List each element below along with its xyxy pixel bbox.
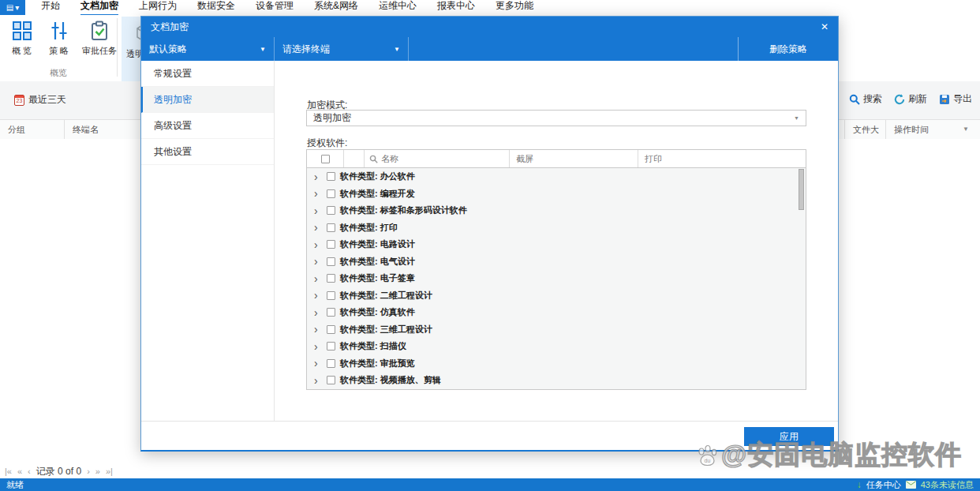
software-category-label: 软件类型: 二维工程设计 [340, 290, 432, 302]
policy-dropdown[interactable]: 默认策略 ▼ [141, 37, 275, 61]
menu-tab[interactable]: 数据安全 [197, 0, 235, 14]
refresh-button[interactable]: 刷新 [894, 92, 927, 106]
row-checkbox[interactable] [327, 342, 335, 350]
menu-tab[interactable]: 运维中心 [379, 0, 417, 14]
app-menu-button[interactable]: ▤ ▾ [0, 0, 25, 15]
chevron-right-icon[interactable]: › [314, 290, 325, 301]
chevron-right-icon[interactable]: › [314, 358, 325, 369]
software-category-row[interactable]: › 软件类型: 二维工程设计 [307, 287, 806, 305]
software-category-row[interactable]: › 软件类型: 办公软件 [307, 168, 806, 186]
dialog-title: 文档加密 [151, 21, 189, 34]
row-checkbox[interactable] [327, 257, 335, 266]
dialog-sidebar-item[interactable]: 透明加密 [141, 87, 274, 113]
chevron-right-icon[interactable]: › [314, 205, 325, 216]
terminal-dropdown[interactable]: 请选择终端 ▼ [275, 37, 409, 61]
software-category-row[interactable]: › 软件类型: 编程开发 [307, 186, 806, 203]
encryption-mode-select[interactable]: 透明加密 ▼ [306, 110, 806, 126]
menu-tab[interactable]: 文档加密 [80, 0, 118, 16]
software-category-row[interactable]: › 软件类型: 电子签章 [307, 270, 806, 287]
dialog-sidebar-item[interactable]: 高级设置 [141, 113, 274, 139]
row-checkbox[interactable] [327, 325, 335, 334]
close-icon[interactable]: ✕ [821, 21, 829, 32]
chevron-right-icon[interactable]: › [314, 273, 325, 284]
name-column-header[interactable]: 名称 [364, 150, 509, 167]
chevron-right-icon[interactable]: › [314, 341, 325, 352]
row-checkbox[interactable] [327, 274, 335, 283]
expand-column-header [343, 150, 364, 167]
delete-policy-button[interactable]: 删除策略 [738, 37, 838, 61]
software-category-row[interactable]: › 软件类型: 电气设计 [307, 253, 806, 271]
chevron-right-icon[interactable]: › [314, 307, 325, 318]
software-category-label: 软件类型: 电气设计 [340, 256, 415, 268]
name-column-label: 名称 [381, 153, 398, 165]
dialog-content: 加密模式: 透明加密 ▼ 授权软件: 名称 [275, 61, 838, 423]
ribbon-group-label: 概览 [0, 67, 117, 79]
row-checkbox[interactable] [327, 206, 335, 215]
software-category-label: 软件类型: 仿真软件 [340, 306, 415, 318]
pager-first-button[interactable]: |« [5, 467, 12, 476]
row-checkbox[interactable] [327, 240, 335, 249]
toolbar-button-label: 刷新 [908, 92, 927, 106]
chevron-right-icon[interactable]: › [314, 188, 325, 199]
column-header-group[interactable]: 分组 [0, 120, 65, 139]
row-checkbox[interactable] [327, 308, 335, 317]
apply-button[interactable]: 应用 [744, 427, 834, 446]
scrollbar[interactable] [799, 169, 804, 387]
scrollbar-thumb[interactable] [799, 169, 804, 210]
menu-tab[interactable]: 报表中心 [437, 0, 475, 14]
software-category-row[interactable]: › 软件类型: 视频播放、剪辑 [307, 372, 806, 389]
search-button[interactable]: 搜索 [849, 92, 882, 106]
menu-tab[interactable]: 更多功能 [496, 0, 533, 14]
dialog-sidebar-item[interactable]: 常规设置 [141, 61, 274, 87]
row-checkbox[interactable] [327, 376, 335, 384]
print-column-header[interactable]: 打印 [638, 150, 806, 167]
software-category-row[interactable]: › 软件类型: 标签和条形码设计软件 [307, 202, 806, 219]
pager-prev-button[interactable]: ‹ [28, 467, 31, 476]
dialog-sidebar-item[interactable]: 其他设置 [141, 139, 274, 165]
row-checkbox[interactable] [327, 189, 335, 198]
chevron-right-icon[interactable]: › [314, 171, 325, 182]
chevron-right-icon[interactable]: › [314, 375, 325, 386]
menu-tab[interactable]: 上网行为 [139, 0, 177, 14]
software-category-row[interactable]: › 软件类型: 三维工程设计 [307, 321, 806, 339]
column-header-filesize[interactable]: 文件大小 [844, 120, 885, 139]
pager-next-button[interactable]: › [87, 467, 90, 476]
row-checkbox[interactable] [327, 291, 335, 300]
software-category-row[interactable]: › 软件类型: 打印 [307, 219, 806, 237]
pager-fast-next-button[interactable]: » [95, 467, 100, 476]
ribbon-policy-button[interactable]: 策 略 [40, 17, 77, 69]
software-category-label: 软件类型: 视频播放、剪辑 [340, 374, 441, 386]
row-checkbox[interactable] [327, 172, 335, 181]
software-category-row[interactable]: › 软件类型: 扫描仪 [307, 338, 806, 355]
search-icon [849, 94, 860, 105]
date-filter-button[interactable]: 23 最近三天 [14, 93, 66, 107]
software-table-header: 名称 截屏 打印 [307, 150, 806, 168]
ribbon-approval-button[interactable]: 审批任务 [77, 17, 122, 69]
column-filter-caret-icon[interactable]: ▼ [963, 120, 969, 139]
row-checkbox[interactable] [327, 223, 335, 232]
menu-tab[interactable]: 开始 [41, 0, 60, 14]
chevron-right-icon[interactable]: › [314, 222, 325, 233]
pager-last-button[interactable]: »| [106, 467, 113, 476]
chevron-right-icon[interactable]: › [314, 239, 325, 250]
software-category-row[interactable]: › 软件类型: 审批预览 [307, 355, 806, 373]
caret-down-icon: ▾ [15, 3, 19, 12]
chevron-right-icon[interactable]: › [314, 324, 325, 335]
export-button[interactable]: 导出 [939, 92, 972, 106]
date-filter-label: 最近三天 [28, 93, 66, 107]
ribbon-overview-button[interactable]: 概 览 [3, 17, 40, 69]
toolbar-button-label: 搜索 [863, 92, 882, 106]
menu-tab[interactable]: 设备管理 [256, 0, 294, 14]
task-center-button[interactable]: 任务中心 [866, 479, 901, 491]
software-category-row[interactable]: › 软件类型: 仿真软件 [307, 304, 806, 321]
caret-down-icon: ▼ [260, 46, 266, 53]
chevron-right-icon[interactable]: › [314, 256, 325, 267]
row-checkbox[interactable] [327, 359, 335, 368]
unread-messages-button[interactable]: 43条未读信息 [921, 479, 974, 491]
menu-tab[interactable]: 系统&网络 [314, 0, 358, 14]
pager: |« « ‹ 记录 0 of 0 › » »| [0, 464, 980, 478]
software-category-row[interactable]: › 软件类型: 电路设计 [307, 236, 806, 253]
select-all-checkbox[interactable] [321, 155, 330, 163]
pager-fast-prev-button[interactable]: « [17, 467, 22, 476]
screenshot-column-header[interactable]: 截屏 [509, 150, 638, 167]
